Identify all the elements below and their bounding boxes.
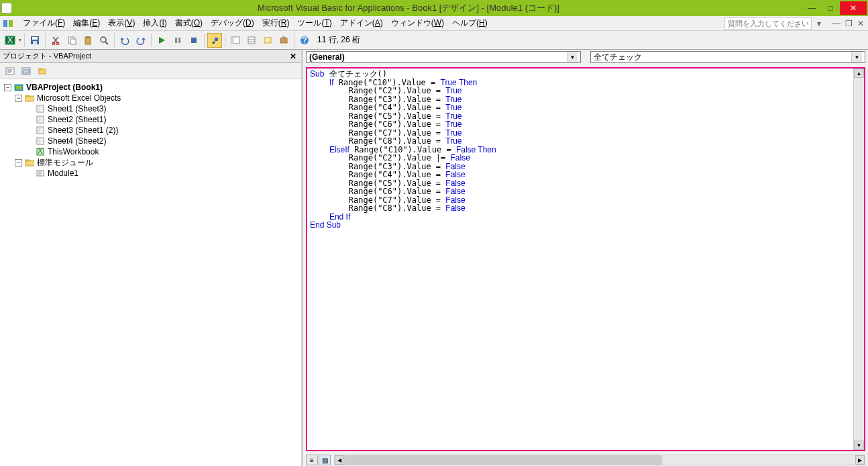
menu-format[interactable]: 書式(O) bbox=[171, 16, 207, 30]
view-code-button[interactable] bbox=[3, 64, 17, 79]
procedure-view-button[interactable]: ≡ bbox=[306, 455, 318, 465]
help-dropdown-icon[interactable]: ▾ bbox=[814, 19, 824, 28]
svg-rect-22 bbox=[248, 37, 255, 44]
scroll-right-button[interactable]: ▶ bbox=[855, 455, 865, 465]
vbaproject-icon bbox=[13, 83, 24, 92]
tree-folder-label: Microsoft Excel Objects bbox=[37, 93, 121, 103]
menu-file[interactable]: ファイル(F) bbox=[19, 16, 69, 30]
close-button[interactable]: ✕ bbox=[840, 1, 867, 15]
svg-rect-25 bbox=[264, 38, 271, 43]
folder-icon bbox=[24, 93, 35, 103]
help-search-input[interactable] bbox=[724, 17, 812, 30]
mdi-minimize-button[interactable]: ― bbox=[832, 19, 841, 28]
expand-icon[interactable]: − bbox=[15, 159, 22, 167]
maximize-button[interactable]: □ bbox=[821, 1, 840, 15]
svg-rect-40 bbox=[25, 95, 29, 97]
copy-button[interactable] bbox=[64, 33, 79, 48]
cursor-position-status: 11 行, 26 桁 bbox=[317, 34, 360, 46]
spacer bbox=[25, 127, 33, 134]
toolbox-button[interactable] bbox=[276, 33, 291, 48]
view-object-button[interactable] bbox=[19, 64, 34, 79]
save-button[interactable] bbox=[28, 33, 42, 48]
svg-rect-36 bbox=[39, 68, 42, 70]
horizontal-scrollbar[interactable]: ◀ ▶ bbox=[334, 455, 865, 465]
expand-icon[interactable]: − bbox=[15, 95, 22, 102]
tree-item-label: Sheet2 (Sheet1) bbox=[48, 115, 106, 124]
spacer bbox=[25, 138, 33, 145]
expand-icon[interactable]: − bbox=[4, 84, 11, 91]
tree-folder-label: 標準モジュール bbox=[37, 157, 93, 169]
sheet-icon bbox=[35, 136, 46, 146]
menu-window[interactable]: ウィンドウ(W) bbox=[387, 16, 448, 30]
scroll-thumb[interactable] bbox=[344, 455, 662, 465]
code-editor[interactable]: Sub 全てチェック() If Range("C10").Value = Tru… bbox=[307, 68, 853, 450]
properties-button[interactable] bbox=[244, 33, 259, 48]
find-button[interactable] bbox=[97, 33, 111, 48]
menu-run[interactable]: 実行(R) bbox=[258, 16, 294, 30]
mdi-close-button[interactable]: ✕ bbox=[856, 19, 865, 28]
paste-button[interactable] bbox=[80, 33, 95, 48]
design-mode-button[interactable] bbox=[207, 33, 222, 48]
code-navigation-bar: (General) ▼ 全てチェック ▼ bbox=[303, 50, 868, 64]
menu-debug[interactable]: デバッグ(D) bbox=[207, 16, 258, 30]
spacer bbox=[25, 105, 33, 113]
scroll-left-button[interactable]: ◀ bbox=[335, 455, 344, 465]
folder-icon bbox=[24, 158, 35, 167]
project-explorer-panel: プロジェクト - VBAProject ✕ − VBAProject (Book… bbox=[0, 50, 303, 466]
tree-root[interactable]: − VBAProject (Book1) bbox=[1, 82, 300, 93]
full-module-view-button[interactable]: ▤ bbox=[319, 455, 331, 465]
dropdown-arrow-icon: ▼ bbox=[567, 52, 578, 62]
project-explorer-close-button[interactable]: ✕ bbox=[288, 51, 299, 62]
project-explorer-button[interactable] bbox=[228, 33, 243, 48]
tree-sheet-item[interactable]: Sheet2 (Sheet1) bbox=[1, 114, 300, 125]
project-tree[interactable]: − VBAProject (Book1) − Microsoft Excel O… bbox=[0, 79, 301, 466]
spacer bbox=[25, 116, 33, 124]
tree-sheet-item[interactable]: Sheet1 (Sheet3) bbox=[1, 103, 300, 114]
svg-rect-6 bbox=[33, 41, 37, 44]
menu-addins[interactable]: アドイン(A) bbox=[336, 16, 387, 30]
scroll-track[interactable] bbox=[854, 78, 864, 440]
tree-workbook-item[interactable]: X ThisWorkbook bbox=[1, 146, 300, 157]
run-button[interactable] bbox=[154, 33, 169, 48]
svg-rect-53 bbox=[37, 138, 44, 144]
menu-view[interactable]: 表示(V) bbox=[104, 16, 139, 30]
redo-button[interactable] bbox=[133, 33, 148, 48]
code-editor-container: Sub 全てチェック() If Range("C10").Value = Tru… bbox=[306, 67, 865, 451]
minimize-button[interactable]: ― bbox=[802, 1, 821, 15]
vertical-scrollbar[interactable]: ▲ ▼ bbox=[853, 68, 864, 450]
object-browser-button[interactable] bbox=[260, 33, 275, 48]
reset-button[interactable] bbox=[186, 33, 201, 48]
svg-rect-21 bbox=[231, 37, 234, 44]
tree-modules-folder[interactable]: − 標準モジュール bbox=[1, 157, 300, 168]
menu-edit[interactable]: 編集(E) bbox=[69, 16, 104, 30]
project-explorer-header: プロジェクト - VBAProject ✕ bbox=[0, 50, 301, 63]
undo-button[interactable] bbox=[117, 33, 132, 48]
tree-module-item[interactable]: Module1 bbox=[1, 168, 300, 179]
toggle-folders-button[interactable] bbox=[35, 64, 50, 79]
svg-rect-17 bbox=[178, 38, 180, 43]
tree-item-label: Sheet1 (Sheet3) bbox=[48, 104, 106, 113]
help-button[interactable]: ? bbox=[297, 33, 312, 48]
svg-rect-26 bbox=[280, 38, 287, 43]
svg-rect-16 bbox=[175, 38, 177, 43]
menu-tools[interactable]: ツール(T) bbox=[293, 16, 335, 30]
dropdown-icon[interactable]: ▾ bbox=[19, 37, 21, 43]
scroll-up-button[interactable]: ▲ bbox=[854, 68, 864, 78]
menu-insert[interactable]: 挿入(I) bbox=[139, 16, 170, 30]
cut-button[interactable] bbox=[48, 33, 63, 48]
sheet-icon bbox=[35, 115, 46, 124]
procedure-dropdown[interactable]: 全てチェック ▼ bbox=[590, 51, 865, 63]
menu-help[interactable]: ヘルプ(H) bbox=[448, 16, 492, 30]
break-button[interactable] bbox=[170, 33, 185, 48]
project-explorer-toolbar bbox=[0, 63, 301, 79]
toolbar: X ▾ ? 11 行, 26 桁 bbox=[0, 31, 868, 50]
object-dropdown[interactable]: (General) ▼ bbox=[306, 51, 581, 63]
mdi-restore-button[interactable]: ❐ bbox=[844, 19, 853, 28]
scroll-down-button[interactable]: ▼ bbox=[854, 440, 864, 450]
tree-sheet-item[interactable]: Sheet3 (Sheet1 (2)) bbox=[1, 125, 300, 136]
view-excel-button[interactable]: X bbox=[3, 33, 17, 48]
object-dropdown-value: (General) bbox=[309, 52, 567, 62]
tree-sheet-item[interactable]: Sheet4 (Sheet2) bbox=[1, 136, 300, 146]
svg-rect-41 bbox=[37, 105, 44, 112]
tree-excel-objects-folder[interactable]: − Microsoft Excel Objects bbox=[1, 93, 300, 103]
